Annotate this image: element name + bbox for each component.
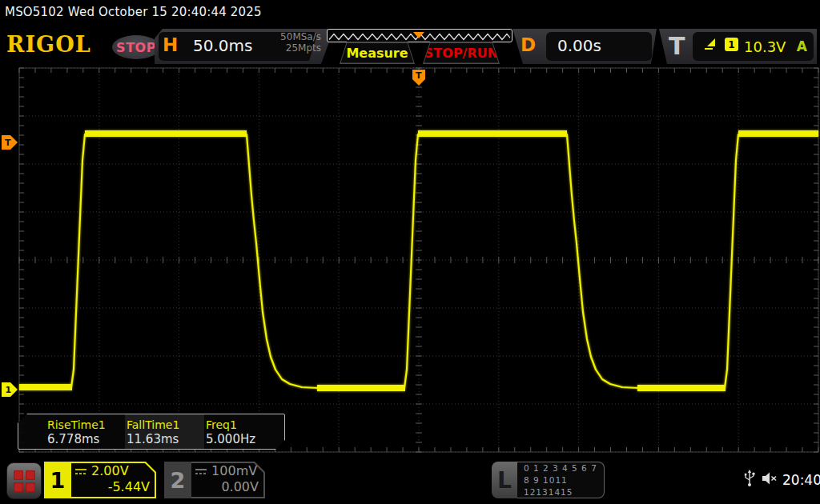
speaker-muted-icon — [761, 470, 778, 486]
trigger-position-marker[interactable]: T — [412, 70, 425, 86]
dc-coupling-icon — [74, 467, 87, 476]
measurement-freq: Freq1 5.000Hz — [204, 414, 283, 449]
usb-icon — [743, 469, 756, 488]
svg-text:1: 1 — [6, 385, 12, 395]
channel1-number: 1 — [44, 462, 71, 498]
measurement-label: Freq1 — [206, 418, 283, 432]
measurement-risetime: RiseTime1 6.778ms — [46, 414, 125, 449]
measurement-falltime: FallTime1 11.63ms — [125, 414, 204, 449]
channel2-offset: 0.00V — [195, 479, 259, 495]
channel1-scale: 2.00V — [91, 463, 129, 478]
logic-channels-status[interactable]: L 0 1 2 3 4 5 6 7 8 9 1011 12131415 — [492, 462, 605, 498]
channel1-scale-row: 2.00V — [74, 463, 150, 479]
channel1-position-marker[interactable]: 1 — [2, 382, 18, 397]
trigger-level-marker[interactable]: T — [2, 135, 18, 150]
logic-channel-numbers: 0 1 2 3 4 5 6 7 8 9 1011 12131415 — [517, 462, 605, 498]
channel2-scale-row: 100mV — [195, 463, 259, 479]
logic-label: L — [492, 462, 517, 498]
channel1-offset: -5.44V — [74, 479, 150, 495]
quick-menu-button[interactable] — [6, 462, 42, 499]
clock: 20:40 — [782, 472, 820, 488]
svg-text:T: T — [5, 138, 11, 148]
channel2-number: 2 — [164, 462, 191, 498]
channel2-status[interactable]: 2 100mV 0.00V — [164, 462, 265, 498]
channel1-status[interactable]: 1 2.00V -5.44V — [44, 462, 156, 498]
measurement-value: 11.63ms — [127, 432, 204, 447]
measurement-label: FallTime1 — [127, 418, 204, 432]
svg-text:T: T — [416, 70, 422, 81]
grid-squares-icon — [14, 470, 35, 492]
logic-row2: 8 9 1011 12131415 — [524, 474, 604, 498]
measurement-label: RiseTime1 — [47, 418, 125, 432]
measurement-value: 5.000Hz — [206, 432, 283, 447]
oscilloscope-screen: MSO5102 Wed October 15 20:40:44 2025 RIG… — [0, 0, 820, 504]
dc-coupling-icon — [195, 467, 207, 476]
channel2-scale: 100mV — [211, 463, 257, 478]
measurement-panel[interactable]: RiseTime1 6.778ms FallTime1 11.63ms Freq… — [18, 414, 285, 450]
logic-row1: 0 1 2 3 4 5 6 7 — [524, 462, 604, 474]
measurement-value: 6.778ms — [47, 432, 125, 447]
